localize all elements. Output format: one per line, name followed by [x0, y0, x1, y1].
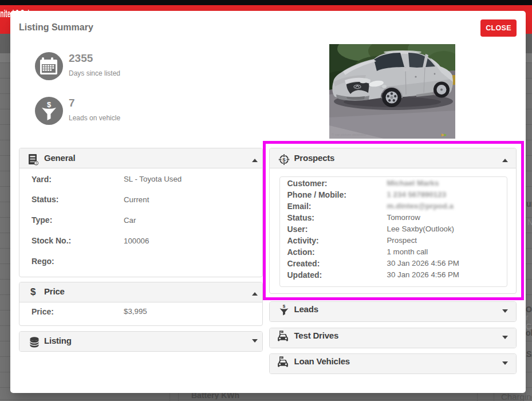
svg-text:▸▸: ▸▸	[441, 132, 447, 137]
svg-text:$: $	[47, 100, 52, 109]
svg-text:© car picture database: © car picture database	[332, 133, 367, 136]
svg-text:$: $	[282, 304, 285, 309]
